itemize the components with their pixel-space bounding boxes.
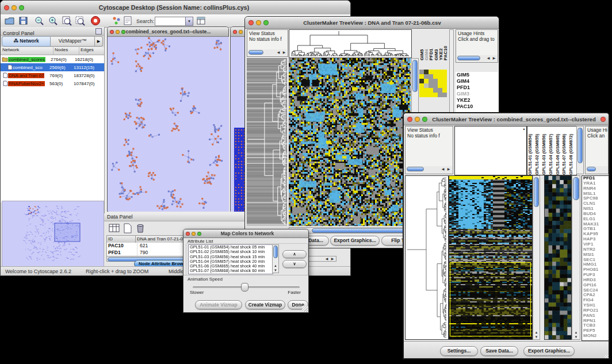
network-overview-panel[interactable]: [2, 201, 104, 267]
gene-label[interactable]: GIM4: [456, 78, 498, 85]
table-row[interactable]: PAC10: [107, 243, 137, 250]
search-input[interactable]: [155, 17, 188, 26]
close-icon[interactable]: [407, 117, 412, 122]
table-icon[interactable]: [109, 223, 120, 233]
export-graphics-button[interactable]: Export Graphics...: [523, 346, 575, 356]
red-icon[interactable]: [600, 117, 606, 122]
gene-label[interactable]: YKE2: [456, 97, 498, 104]
minimize-icon[interactable]: [12, 5, 17, 10]
tv1-mini-heatmap[interactable]: [419, 70, 447, 97]
col-edges[interactable]: Edges: [79, 47, 104, 55]
gene-label[interactable]: PAC10: [456, 104, 498, 110]
scroll-arrows[interactable]: ▲▼: [273, 263, 278, 273]
minimize-icon[interactable]: [256, 20, 261, 25]
control-panel: Control Panel ⁂ Network VizMapper™ ▶ Net…: [1, 27, 105, 266]
new-attribute-icon[interactable]: [123, 223, 132, 233]
tv2-top-scrollbar[interactable]: [576, 126, 584, 174]
zoom-window-icon[interactable]: [197, 232, 201, 236]
scroll-right-icon[interactable]: ▶: [330, 256, 335, 261]
id-column-header[interactable]: ID: [107, 236, 136, 243]
tv2-zoomed-heatmap[interactable]: [544, 175, 572, 340]
minimize-icon[interactable]: [239, 30, 243, 34]
minimize-icon[interactable]: [192, 232, 196, 236]
close-icon[interactable]: [186, 232, 190, 236]
attribute-list-scrollbar[interactable]: ▲▼: [272, 244, 279, 273]
col-nodes[interactable]: Nodes: [53, 47, 79, 55]
zoom-fit-icon[interactable]: [62, 16, 72, 26]
network-name[interactable]: DNA and Tran 07: [8, 73, 44, 78]
search-dropdown-icon[interactable]: ▼: [185, 17, 193, 26]
tv2-heatmap[interactable]: [449, 175, 533, 340]
tv2-row-dendrogram[interactable]: [405, 175, 449, 340]
network-row[interactable]: DNA and Tran 07 769(0) 183728(0): [1, 71, 104, 79]
close-icon[interactable]: [248, 20, 254, 25]
create-vizmap-button[interactable]: Create Vizmap: [245, 300, 285, 309]
settings-button[interactable]: Settings...: [440, 346, 478, 356]
tv2-gene-list[interactable]: PFD1YRA1RNR4MSL1SPC98CLN1NIS1BUD4ELG1MAK…: [582, 175, 610, 341]
tab-network[interactable]: ⁂ Network: [2, 36, 51, 47]
window-controls[interactable]: [248, 20, 269, 25]
network-name[interactable]: combined_sco: [13, 65, 49, 70]
view-status-scrollbar[interactable]: ◀▶: [406, 166, 452, 173]
speed-slider-thumb[interactable]: [241, 283, 248, 292]
tv1-export-graphics-button[interactable]: Export Graphics...: [330, 236, 380, 246]
minimize-icon[interactable]: [116, 30, 120, 34]
network-name[interactable]: RNAPuberNov2+: [8, 81, 45, 86]
zoom-in-icon[interactable]: [48, 16, 59, 26]
tv2-zoom-vscrollbar[interactable]: ▲▼: [572, 175, 580, 340]
main-titlebar[interactable]: Cytoscape Desktop (Session Name: collins…: [1, 1, 350, 15]
open-file-icon[interactable]: [4, 16, 15, 26]
tv2-column-dendrogram-area[interactable]: ▲: [454, 126, 527, 175]
usage-hints-scrollbar[interactable]: [586, 166, 607, 173]
col-network[interactable]: Network: [1, 47, 53, 55]
vizmap-icon[interactable]: [112, 16, 121, 26]
network-row[interactable]: RNAPuberNov2+ 563(0) 107847(0): [1, 79, 104, 87]
resize-grip[interactable]: [605, 355, 610, 359]
attribute-list[interactable]: GPL51-01 (GSM854) heat shock 05 minGPL51…: [188, 244, 273, 274]
close-icon[interactable]: [110, 30, 114, 34]
tab-vizmapper[interactable]: VizMapper™: [51, 36, 95, 47]
scroll-left-icon[interactable]: ◀: [324, 256, 330, 261]
close-icon[interactable]: [233, 30, 237, 34]
scroll-arrows[interactable]: ▲▼: [533, 330, 540, 339]
zoom-window-icon[interactable]: [422, 117, 427, 122]
zoom-window-icon[interactable]: [19, 5, 24, 10]
tv1-heatmap[interactable]: [289, 58, 411, 226]
network-row[interactable]: combined_scores 2764(0) 16218(0): [1, 55, 104, 63]
save-data-button[interactable]: Save Data...: [480, 346, 518, 356]
trash-icon[interactable]: [136, 223, 145, 233]
scroll-arrows[interactable]: ▲▼: [572, 330, 580, 339]
network-row-selected[interactable]: combined_sco 2569(6) 13112(15): [1, 63, 104, 71]
animate-vizmap-button[interactable]: Animate Vizmap: [195, 300, 242, 309]
zoom-selected-icon[interactable]: [75, 16, 86, 26]
network-canvas[interactable]: [108, 37, 229, 212]
move-down-button[interactable]: ∨: [282, 260, 307, 268]
gene-label[interactable]: GIM5: [456, 72, 498, 78]
zoom-window-icon[interactable]: [121, 30, 125, 34]
move-up-button[interactable]: ∧: [282, 250, 307, 258]
gene-label[interactable]: MON2: [582, 334, 609, 339]
annotation-icon[interactable]: [123, 16, 133, 26]
gene-label[interactable]: PFD1: [456, 85, 498, 91]
close-icon[interactable]: [4, 5, 9, 10]
tv1-column-dendrogram[interactable]: [289, 29, 412, 58]
help-lifebuoy-icon[interactable]: [90, 16, 101, 26]
resize-grip[interactable]: [302, 306, 308, 312]
usage-hints-scrollbar[interactable]: ◀▶: [457, 55, 497, 62]
tv1-row-dendrogram[interactable]: [247, 58, 287, 226]
scroll-up-icon[interactable]: ▲: [522, 127, 526, 131]
save-icon[interactable]: [18, 16, 29, 26]
zoom-out-icon[interactable]: [34, 16, 45, 26]
tab-overflow-icon[interactable]: ▶: [95, 36, 103, 47]
tv2-heat-vscrollbar[interactable]: ▲▼: [533, 175, 540, 340]
float-panel-icon[interactable]: [95, 28, 102, 35]
window-controls[interactable]: [407, 117, 427, 122]
view-status-scrollbar[interactable]: ◀▶: [248, 49, 287, 56]
minimize-icon[interactable]: [415, 117, 420, 122]
network-name[interactable]: combined_scores: [8, 57, 45, 62]
gene-label[interactable]: GIM3: [456, 91, 498, 97]
window-controls[interactable]: [4, 5, 24, 10]
attribute-browser-icon[interactable]: [196, 16, 206, 26]
attribute-item[interactable]: GPL51-07 (GSM868) heat shock 60 min: [189, 269, 273, 273]
zoom-window-icon[interactable]: [263, 20, 269, 25]
